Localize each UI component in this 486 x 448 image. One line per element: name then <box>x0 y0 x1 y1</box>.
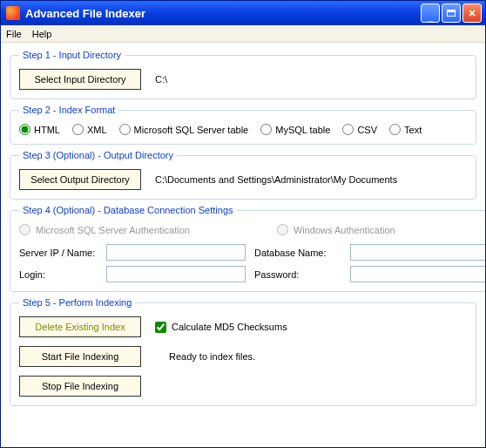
step3-group: Step 3 (Optional) - Output Directory Sel… <box>10 150 476 200</box>
radio-text-text: Text <box>404 125 422 135</box>
radio-html-text: HTML <box>34 125 60 135</box>
app-icon <box>6 6 20 20</box>
step5-legend: Step 5 - Perform Indexing <box>19 297 135 308</box>
radio-xml-text: XML <box>87 125 107 135</box>
maximize-button[interactable] <box>442 3 461 23</box>
select-output-dir-button[interactable]: Select Output Directory <box>19 169 141 190</box>
status-message: Ready to index files. <box>169 351 255 362</box>
radio-auth-win[interactable] <box>277 224 288 235</box>
radio-mssql-label[interactable]: Microsoft SQL Server table <box>119 124 249 135</box>
radio-auth-sql[interactable] <box>19 224 30 235</box>
menu-file[interactable]: File <box>6 29 22 39</box>
output-dir-path: C:\Documents and Settings\Administrator\… <box>155 174 397 185</box>
radio-mssql[interactable] <box>119 124 131 135</box>
radio-mysql-label[interactable]: MySQL table <box>260 124 330 135</box>
radio-xml[interactable] <box>72 124 84 135</box>
step2-group: Step 2 - Index Format HTML XML Microsoft… <box>10 105 476 145</box>
step5-group: Step 5 - Perform Indexing Delete Existin… <box>10 297 476 406</box>
start-indexing-button[interactable]: Start File Indexing <box>19 346 141 367</box>
stop-indexing-button[interactable]: Stop File Indexing <box>19 376 141 397</box>
select-input-dir-button[interactable]: Select Input Directory <box>19 69 141 90</box>
md5-checkbox-label[interactable]: Calculate MD5 Checksums <box>155 322 287 333</box>
auth-win-text: Windows Authentication <box>294 225 395 235</box>
input-dir-path: C:\ <box>155 74 167 85</box>
radio-text[interactable] <box>389 124 401 135</box>
radio-mysql[interactable] <box>260 124 272 135</box>
step2-legend: Step 2 - Index Format <box>19 105 118 115</box>
radio-html-label[interactable]: HTML <box>19 124 60 135</box>
close-button[interactable]: × <box>462 3 482 23</box>
radio-text-label[interactable]: Text <box>389 124 422 135</box>
server-input[interactable] <box>106 244 246 261</box>
db-input[interactable] <box>350 244 486 261</box>
server-label: Server IP / Name: <box>19 248 98 258</box>
md5-checkbox[interactable] <box>155 322 166 333</box>
radio-csv[interactable] <box>342 124 354 135</box>
titlebar: Advanced File Indexer _ × <box>1 1 485 25</box>
auth-win-label[interactable]: Windows Authentication <box>277 224 395 235</box>
step4-group: Step 4 (Optional) - Database Connection … <box>10 205 486 292</box>
radio-mysql-text: MySQL table <box>275 125 330 135</box>
menubar: File Help <box>1 25 485 43</box>
auth-sql-label[interactable]: Microsoft SQL Server Authentication <box>19 224 190 235</box>
login-label: Login: <box>19 269 98 280</box>
md5-text: Calculate MD5 Checksums <box>172 322 287 332</box>
radio-mssql-text: Microsoft SQL Server table <box>134 125 249 135</box>
db-label: Database Name: <box>254 248 341 258</box>
step1-legend: Step 1 - Input Directory <box>19 50 125 60</box>
step4-legend: Step 4 (Optional) - Database Connection … <box>19 205 237 215</box>
pass-label: Password: <box>254 269 341 280</box>
pass-input[interactable] <box>350 266 486 282</box>
step3-legend: Step 3 (Optional) - Output Directory <box>19 150 177 160</box>
delete-index-button[interactable]: Delete Existing Index <box>19 316 141 337</box>
auth-sql-text: Microsoft SQL Server Authentication <box>36 225 190 235</box>
radio-csv-text: CSV <box>357 125 377 135</box>
step1-group: Step 1 - Input Directory Select Input Di… <box>10 50 476 99</box>
window-title: Advanced File Indexer <box>25 7 421 20</box>
minimize-button[interactable]: _ <box>421 3 440 23</box>
menu-help[interactable]: Help <box>32 29 52 39</box>
radio-csv-label[interactable]: CSV <box>342 124 377 135</box>
radio-xml-label[interactable]: XML <box>72 124 107 135</box>
radio-html[interactable] <box>19 124 30 135</box>
login-input[interactable] <box>106 266 246 282</box>
